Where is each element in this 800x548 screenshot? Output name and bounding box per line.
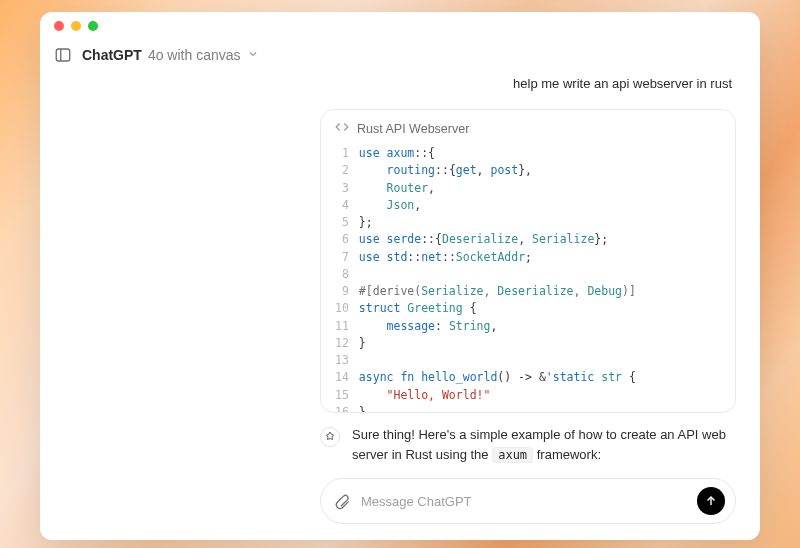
- attach-icon[interactable]: [333, 492, 351, 510]
- code-gutter: 1 2 3 4 5 6 7 8 9 10 11 12 13 14 15 16: [321, 145, 359, 413]
- assistant-message: Sure thing! Here's a simple example of h…: [352, 425, 736, 464]
- composer[interactable]: [320, 478, 736, 524]
- assistant-text-post: framework:: [537, 447, 601, 462]
- code-canvas-title: Rust API Webserver: [357, 122, 469, 136]
- assistant-inline-code: axum: [492, 447, 533, 463]
- user-message: help me write an api webserver in rust: [509, 72, 736, 97]
- sidebar-toggle-icon[interactable]: [54, 46, 72, 64]
- code-body: 1 2 3 4 5 6 7 8 9 10 11 12 13 14 15 16 u…: [321, 145, 735, 413]
- composer-row: [40, 472, 760, 540]
- window-zoom-button[interactable]: [88, 21, 98, 31]
- model-name: ChatGPT: [82, 47, 142, 63]
- message-input[interactable]: [361, 494, 687, 509]
- svg-rect-0: [56, 49, 70, 61]
- window-minimize-button[interactable]: [71, 21, 81, 31]
- model-selector[interactable]: ChatGPT 4o with canvas: [82, 47, 259, 63]
- code-lines: use axum::{ routing::{get, post}, Router…: [359, 145, 650, 413]
- code-canvas[interactable]: Rust API Webserver 1 2 3 4 5 6 7 8 9 10 …: [320, 109, 736, 413]
- model-variant: 4o with canvas: [148, 47, 241, 63]
- app-window: ChatGPT 4o with canvas help me write an …: [40, 12, 760, 540]
- header-row: ChatGPT 4o with canvas: [40, 40, 760, 72]
- conversation-area: help me write an api webserver in rust R…: [40, 72, 760, 472]
- assistant-message-row: Sure thing! Here's a simple example of h…: [320, 425, 736, 464]
- window-close-button[interactable]: [54, 21, 64, 31]
- assistant-avatar-icon: [320, 427, 340, 447]
- code-canvas-header: Rust API Webserver: [321, 110, 735, 145]
- send-button[interactable]: [697, 487, 725, 515]
- window-titlebar: [40, 12, 760, 40]
- chevron-down-icon: [247, 47, 259, 63]
- code-icon: [335, 120, 349, 137]
